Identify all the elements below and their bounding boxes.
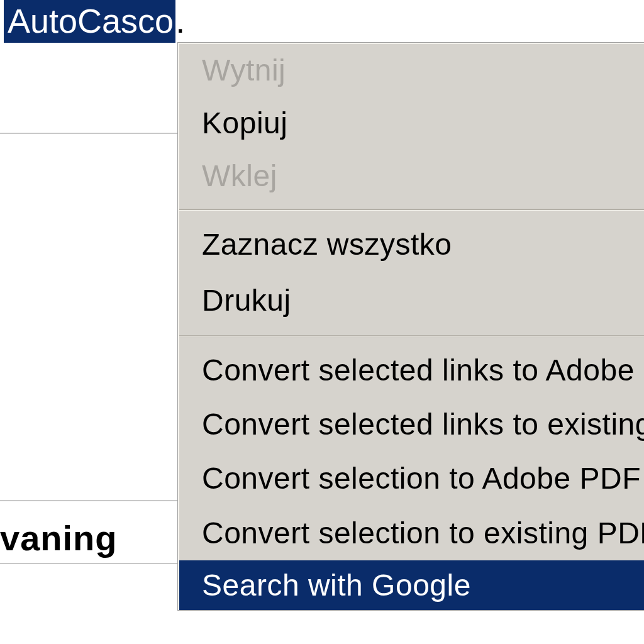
trailing-period: . <box>175 2 185 40</box>
selected-text-area: AutoCasco. <box>0 0 644 40</box>
menu-separator <box>179 335 644 337</box>
menu-group-adobe: Convert selected links to Adobe PDF Conv… <box>179 343 644 561</box>
bg-divider <box>0 133 178 134</box>
context-menu: Wytnij Kopiuj Wklej Zaznacz wszystko Dru… <box>178 43 644 610</box>
menu-item-select-all[interactable]: Zaznacz wszystko <box>179 217 644 273</box>
menu-group-edit: Wytnij Kopiuj Wklej <box>179 44 644 203</box>
menu-item-search-with-google[interactable]: Search with Google <box>179 560 644 610</box>
bg-divider <box>0 500 178 501</box>
menu-item-cut: Wytnij <box>179 44 644 97</box>
bg-divider <box>0 563 178 564</box>
menu-item-convert-links-to-existing-pdf[interactable]: Convert selected links to existing PDF <box>179 397 644 452</box>
selected-text[interactable]: AutoCasco <box>4 0 175 43</box>
page-background: AutoCasco. vaning Wytnij Kopiuj Wklej Za… <box>0 0 644 644</box>
menu-separator <box>179 209 644 211</box>
menu-item-copy[interactable]: Kopiuj <box>179 97 644 150</box>
menu-item-convert-selection-to-adobe-pdf[interactable]: Convert selection to Adobe PDF <box>179 452 644 506</box>
menu-item-convert-selection-to-existing-pdf[interactable]: Convert selection to existing PDF <box>179 506 644 560</box>
menu-item-print[interactable]: Drukuj <box>179 273 644 329</box>
menu-item-paste: Wklej <box>179 150 644 203</box>
background-word: vaning <box>0 518 117 558</box>
menu-group-page: Zaznacz wszystko Drukuj <box>179 217 644 329</box>
menu-item-convert-links-to-adobe-pdf[interactable]: Convert selected links to Adobe PDF <box>179 343 644 397</box>
